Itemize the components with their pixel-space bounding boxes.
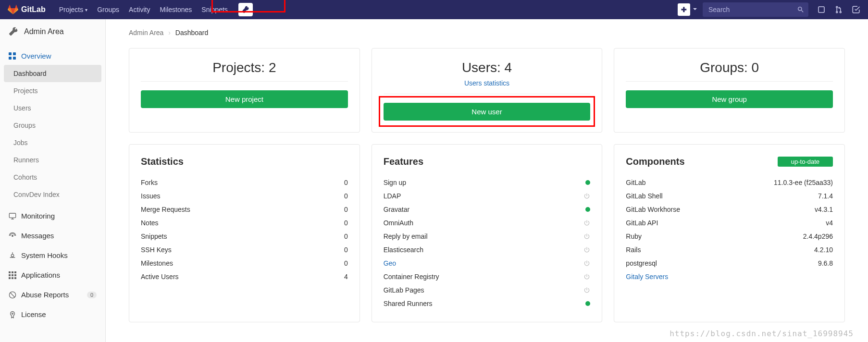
nav-projects[interactable]: Projects ▾: [54, 0, 92, 19]
svg-rect-11: [12, 274, 13, 276]
breadcrumb-root[interactable]: Admin Area: [129, 29, 163, 37]
sidebar-system-hooks[interactable]: System Hooks: [0, 245, 105, 265]
projects-card: Projects: 2 New project: [129, 48, 360, 133]
power-icon: [583, 220, 590, 226]
power-icon: [583, 193, 590, 199]
sidebar-license[interactable]: License: [0, 305, 105, 324]
component-row: Gitaly Servers: [626, 270, 833, 283]
sidebar: Admin Area Overview Dashboard Projects U…: [0, 19, 106, 342]
feature-row: Geo: [384, 256, 591, 270]
users-statistics-link[interactable]: Users statistics: [464, 79, 509, 87]
new-project-button[interactable]: New project: [141, 90, 348, 108]
new-dropdown-button[interactable]: ✚: [678, 3, 690, 16]
sidebar-item-projects[interactable]: Projects: [0, 82, 105, 99]
feature-row: GitLab Pages: [384, 283, 591, 297]
search-icon: [797, 6, 805, 13]
components-heading: Components: [626, 156, 684, 167]
issues-icon[interactable]: [817, 5, 826, 14]
search-input[interactable]: [703, 2, 808, 17]
nav-right: ✚: [678, 2, 860, 17]
hook-icon: [9, 252, 16, 259]
component-row: GitLab Workhorsev4.3.1: [626, 203, 833, 216]
svg-rect-1: [9, 52, 12, 55]
power-icon: [583, 233, 590, 240]
license-icon: [9, 311, 16, 318]
abuse-count-badge: 0: [87, 292, 97, 298]
sidebar-item-jobs[interactable]: Jobs: [0, 134, 105, 151]
sidebar-applications[interactable]: Applications: [0, 265, 105, 285]
new-group-button[interactable]: New group: [626, 90, 833, 108]
feature-row: LDAP: [384, 189, 591, 203]
svg-rect-14: [12, 277, 13, 279]
svg-rect-7: [9, 271, 11, 273]
watermark: https://blog.csdn.net/sinat_16998945: [670, 329, 854, 338]
stat-row: Milestones0: [141, 256, 348, 270]
component-row: GitLab11.0.3-ee (f25aa33): [626, 176, 833, 189]
feature-row: OmniAuth: [384, 216, 591, 230]
nav-activity[interactable]: Activity: [124, 0, 155, 19]
feature-row: Elasticsearch: [384, 243, 591, 256]
admin-wrench-button[interactable]: [238, 3, 253, 16]
tanuki-icon: [8, 4, 18, 15]
features-heading: Features: [384, 156, 591, 167]
features-panel: Features Sign upLDAPGravatarOmniAuthRepl…: [372, 144, 603, 322]
component-row: GitLab APIv4: [626, 216, 833, 230]
power-icon: [583, 246, 590, 253]
up-to-date-badge: up-to-date: [778, 157, 833, 167]
stat-row: Issues0: [141, 189, 348, 203]
component-row: Rails4.2.10: [626, 243, 833, 256]
wrench-icon: [242, 6, 249, 13]
sidebar-item-runners[interactable]: Runners: [0, 151, 105, 169]
svg-rect-3: [9, 57, 12, 60]
feature-row: Shared Runners: [384, 297, 591, 310]
feature-row: Reply by email: [384, 230, 591, 243]
sidebar-abuse-reports[interactable]: Abuse Reports 0: [0, 285, 105, 305]
nav-groups[interactable]: Groups: [92, 0, 124, 19]
overview-icon: [9, 52, 16, 60]
merge-request-icon[interactable]: [834, 5, 843, 14]
sidebar-item-convdev[interactable]: ConvDev Index: [0, 186, 105, 203]
breadcrumb-current: Dashboard: [175, 29, 209, 37]
search-wrap: [703, 2, 808, 17]
component-row: postgresql9.6.8: [626, 256, 833, 270]
todos-icon[interactable]: [852, 5, 860, 14]
svg-rect-5: [9, 213, 15, 218]
power-icon: [583, 260, 590, 267]
sidebar-item-dashboard[interactable]: Dashboard: [4, 65, 101, 82]
sidebar-overview[interactable]: Overview: [0, 47, 105, 65]
abuse-icon: [9, 291, 16, 299]
nav-items: Projects ▾ Groups Activity Milestones Sn…: [54, 0, 233, 19]
sidebar-item-users[interactable]: Users: [0, 99, 105, 117]
component-row: GitLab Shell7.1.4: [626, 189, 833, 203]
sidebar-item-cohorts[interactable]: Cohorts: [0, 169, 105, 186]
sidebar-header: Admin Area: [0, 19, 105, 44]
stat-row: Merge Requests0: [141, 203, 348, 216]
apps-icon: [9, 271, 16, 279]
stat-row: Forks0: [141, 176, 348, 189]
broadcast-icon: [9, 232, 16, 240]
main-content: Admin Area › Dashboard Projects: 2 New p…: [106, 19, 868, 342]
stat-row: Snippets0: [141, 230, 348, 243]
feature-row: Gravatar: [384, 203, 591, 216]
svg-rect-9: [14, 271, 16, 273]
brand-text: GitLab: [21, 5, 46, 14]
svg-rect-2: [13, 52, 16, 55]
nav-milestones[interactable]: Milestones: [155, 0, 197, 19]
gitlab-logo[interactable]: GitLab: [8, 4, 46, 15]
groups-count: Groups: 0: [626, 60, 833, 75]
monitor-icon: [9, 212, 16, 220]
sidebar-messages[interactable]: Messages: [0, 226, 105, 245]
components-panel: Components up-to-date GitLab11.0.3-ee (f…: [614, 144, 845, 322]
svg-rect-4: [13, 57, 16, 60]
component-row: Ruby2.4.4p296: [626, 230, 833, 243]
power-icon: [583, 287, 590, 293]
stat-row: Active Users4: [141, 270, 348, 283]
new-user-button[interactable]: New user: [384, 103, 591, 121]
sidebar-item-groups[interactable]: Groups: [0, 117, 105, 134]
statistics-panel: Statistics Forks0Issues0Merge Requests0N…: [129, 144, 360, 322]
breadcrumb: Admin Area › Dashboard: [129, 29, 845, 37]
sidebar-monitoring[interactable]: Monitoring: [0, 206, 105, 226]
svg-rect-0: [818, 7, 824, 12]
statistics-heading: Statistics: [141, 156, 348, 167]
nav-snippets[interactable]: Snippets: [197, 0, 232, 19]
